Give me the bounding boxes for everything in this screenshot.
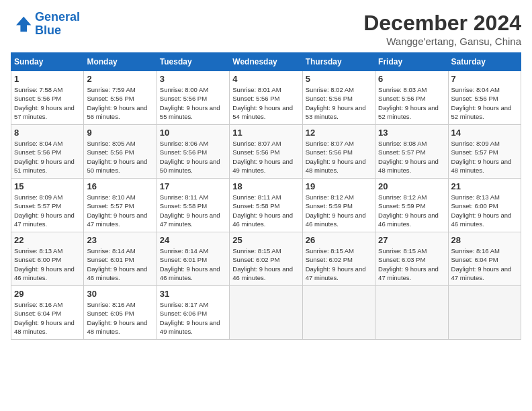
calendar-cell: 5Sunrise: 8:02 AMSunset: 5:56 PMDaylight…: [302, 71, 375, 125]
day-number: 10: [160, 128, 226, 138]
day-info: Sunrise: 8:04 AMSunset: 5:56 PMDaylight:…: [451, 85, 518, 121]
calendar-week-4: 22Sunrise: 8:13 AMSunset: 6:00 PMDayligh…: [11, 232, 521, 286]
calendar-week-2: 8Sunrise: 8:04 AMSunset: 5:56 PMDaylight…: [11, 125, 521, 179]
calendar-cell: 31Sunrise: 8:17 AMSunset: 6:06 PMDayligh…: [157, 286, 229, 340]
month-title: December 2024: [363, 11, 521, 36]
day-info: Sunrise: 8:15 AMSunset: 6:02 PMDaylight:…: [306, 246, 372, 282]
weekday-header-thursday: Thursday: [302, 53, 375, 71]
calendar-cell: 8Sunrise: 8:04 AMSunset: 5:56 PMDaylight…: [11, 125, 84, 179]
calendar-table: SundayMondayTuesdayWednesdayThursdayFrid…: [11, 52, 521, 340]
logo-line1: General: [35, 10, 80, 24]
calendar-cell: 3Sunrise: 8:00 AMSunset: 5:56 PMDaylight…: [157, 71, 229, 125]
calendar-cell: 15Sunrise: 8:09 AMSunset: 5:57 PMDayligh…: [11, 179, 84, 232]
day-number: 2: [87, 74, 153, 84]
calendar-cell: 27Sunrise: 8:15 AMSunset: 6:03 PMDayligh…: [375, 232, 448, 286]
day-info: Sunrise: 8:04 AMSunset: 5:56 PMDaylight:…: [14, 139, 81, 175]
svg-marker-0: [16, 17, 31, 32]
calendar-cell: 11Sunrise: 8:07 AMSunset: 5:56 PMDayligh…: [230, 125, 302, 179]
calendar-week-3: 15Sunrise: 8:09 AMSunset: 5:57 PMDayligh…: [11, 179, 521, 232]
day-number: 24: [160, 235, 226, 245]
calendar-cell: 21Sunrise: 8:13 AMSunset: 6:00 PMDayligh…: [448, 179, 521, 232]
day-number: 29: [14, 289, 81, 299]
calendar-cell: 30Sunrise: 8:16 AMSunset: 6:05 PMDayligh…: [84, 286, 157, 340]
day-info: Sunrise: 8:16 AMSunset: 6:05 PMDaylight:…: [87, 300, 153, 336]
calendar-cell: 17Sunrise: 8:11 AMSunset: 5:58 PMDayligh…: [157, 179, 229, 232]
calendar-cell: [230, 286, 302, 340]
location: Wangge'ertang, Gansu, China: [363, 36, 521, 47]
day-info: Sunrise: 8:09 AMSunset: 5:57 PMDaylight:…: [14, 193, 81, 228]
calendar-cell: 23Sunrise: 8:14 AMSunset: 6:01 PMDayligh…: [84, 232, 157, 286]
calendar-cell: [302, 286, 375, 340]
day-number: 16: [87, 181, 153, 191]
day-info: Sunrise: 8:10 AMSunset: 5:57 PMDaylight:…: [87, 193, 153, 228]
day-number: 9: [87, 128, 153, 138]
day-info: Sunrise: 8:01 AMSunset: 5:56 PMDaylight:…: [232, 85, 299, 121]
day-info: Sunrise: 8:07 AMSunset: 5:56 PMDaylight:…: [306, 139, 372, 175]
calendar-cell: 18Sunrise: 8:11 AMSunset: 5:58 PMDayligh…: [230, 179, 302, 232]
logo: General Blue: [11, 11, 80, 38]
day-info: Sunrise: 8:03 AMSunset: 5:56 PMDaylight:…: [378, 85, 445, 121]
day-info: Sunrise: 8:17 AMSunset: 6:06 PMDaylight:…: [160, 300, 226, 336]
day-number: 19: [306, 181, 372, 191]
day-number: 8: [14, 128, 81, 138]
day-number: 23: [87, 235, 153, 245]
day-number: 26: [306, 235, 372, 245]
calendar-cell: 25Sunrise: 8:15 AMSunset: 6:02 PMDayligh…: [230, 232, 302, 286]
weekday-header-saturday: Saturday: [448, 53, 521, 71]
day-info: Sunrise: 8:14 AMSunset: 6:01 PMDaylight:…: [160, 246, 226, 282]
day-number: 31: [160, 289, 226, 299]
calendar-cell: 13Sunrise: 8:08 AMSunset: 5:57 PMDayligh…: [375, 125, 448, 179]
day-number: 22: [14, 235, 81, 245]
logo-text: General Blue: [35, 11, 80, 38]
calendar-cell: [375, 286, 448, 340]
day-info: Sunrise: 8:11 AMSunset: 5:58 PMDaylight:…: [160, 193, 226, 228]
calendar-cell: 6Sunrise: 8:03 AMSunset: 5:56 PMDaylight…: [375, 71, 448, 125]
page-header: General Blue December 2024 Wangge'ertang…: [11, 11, 521, 47]
day-info: Sunrise: 8:06 AMSunset: 5:56 PMDaylight:…: [160, 139, 226, 175]
calendar-cell: 12Sunrise: 8:07 AMSunset: 5:56 PMDayligh…: [302, 125, 375, 179]
day-number: 12: [306, 128, 372, 138]
day-number: 4: [232, 74, 299, 84]
day-number: 25: [232, 235, 299, 245]
weekday-header-monday: Monday: [84, 53, 157, 71]
day-info: Sunrise: 7:59 AMSunset: 5:56 PMDaylight:…: [87, 85, 153, 121]
day-info: Sunrise: 8:14 AMSunset: 6:01 PMDaylight:…: [87, 246, 153, 282]
title-block: December 2024 Wangge'ertang, Gansu, Chin…: [363, 11, 521, 47]
day-number: 21: [451, 181, 518, 191]
logo-line2: Blue: [35, 24, 61, 37]
day-info: Sunrise: 8:11 AMSunset: 5:58 PMDaylight:…: [232, 193, 299, 228]
calendar-cell: [448, 286, 521, 340]
weekday-header-friday: Friday: [375, 53, 448, 71]
day-info: Sunrise: 8:09 AMSunset: 5:57 PMDaylight:…: [451, 139, 518, 175]
logo-icon: [11, 13, 32, 35]
weekday-header-tuesday: Tuesday: [157, 53, 229, 71]
day-number: 3: [160, 74, 226, 84]
day-info: Sunrise: 8:13 AMSunset: 6:00 PMDaylight:…: [14, 246, 81, 282]
weekday-header-row: SundayMondayTuesdayWednesdayThursdayFrid…: [11, 53, 521, 71]
calendar-cell: 28Sunrise: 8:16 AMSunset: 6:04 PMDayligh…: [448, 232, 521, 286]
day-number: 27: [378, 235, 445, 245]
calendar-cell: 2Sunrise: 7:59 AMSunset: 5:56 PMDaylight…: [84, 71, 157, 125]
calendar-cell: 7Sunrise: 8:04 AMSunset: 5:56 PMDaylight…: [448, 71, 521, 125]
day-number: 1: [14, 74, 81, 84]
day-number: 20: [378, 181, 445, 191]
day-number: 11: [232, 128, 299, 138]
calendar-cell: 24Sunrise: 8:14 AMSunset: 6:01 PMDayligh…: [157, 232, 229, 286]
day-info: Sunrise: 8:16 AMSunset: 6:04 PMDaylight:…: [451, 246, 518, 282]
day-number: 17: [160, 181, 226, 191]
day-info: Sunrise: 8:02 AMSunset: 5:56 PMDaylight:…: [306, 85, 372, 121]
day-number: 5: [306, 74, 372, 84]
calendar-cell: 9Sunrise: 8:05 AMSunset: 5:56 PMDaylight…: [84, 125, 157, 179]
calendar-cell: 4Sunrise: 8:01 AMSunset: 5:56 PMDaylight…: [230, 71, 302, 125]
day-info: Sunrise: 8:05 AMSunset: 5:56 PMDaylight:…: [87, 139, 153, 175]
day-info: Sunrise: 8:13 AMSunset: 6:00 PMDaylight:…: [451, 193, 518, 228]
calendar-cell: 14Sunrise: 8:09 AMSunset: 5:57 PMDayligh…: [448, 125, 521, 179]
day-number: 13: [378, 128, 445, 138]
calendar-cell: 16Sunrise: 8:10 AMSunset: 5:57 PMDayligh…: [84, 179, 157, 232]
day-info: Sunrise: 8:16 AMSunset: 6:04 PMDaylight:…: [14, 300, 81, 336]
weekday-header-wednesday: Wednesday: [230, 53, 302, 71]
day-number: 15: [14, 181, 81, 191]
calendar-cell: 26Sunrise: 8:15 AMSunset: 6:02 PMDayligh…: [302, 232, 375, 286]
day-info: Sunrise: 8:15 AMSunset: 6:02 PMDaylight:…: [232, 246, 299, 282]
calendar-cell: 10Sunrise: 8:06 AMSunset: 5:56 PMDayligh…: [157, 125, 229, 179]
